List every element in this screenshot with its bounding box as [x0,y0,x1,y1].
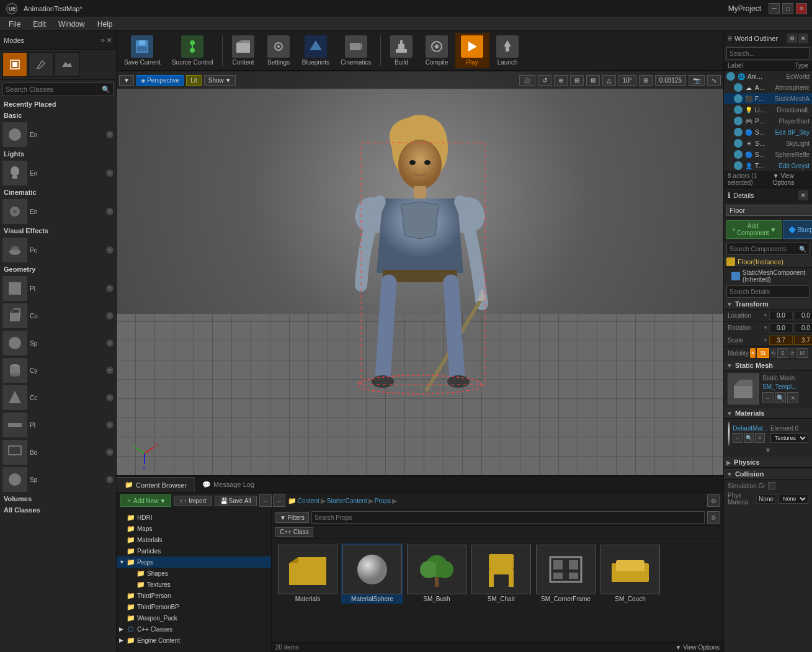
close-button[interactable]: ✕ [796,3,807,14]
menu-edit[interactable]: Edit [27,17,52,31]
asset-sm-chair[interactable]: SM_Chair [470,543,532,604]
settings-button[interactable]: Settings [262,33,296,68]
location-dropdown-icon[interactable]: ▼ [763,313,768,318]
outliner-item-type6[interactable]: Edit BP_Sky [766,129,810,136]
mat-find-button[interactable]: 🔍 [744,433,754,443]
folder-engine-content[interactable]: ▶ 📁 Engine Content [117,635,271,646]
folder-thirdpersonbp[interactable]: 📁 ThirdPersonBP [117,601,271,612]
materials-expand-icon[interactable]: ▼ [728,446,808,455]
static-mesh-section-header[interactable]: ▼ Static Mesh [724,360,812,371]
asset-sm-bush[interactable]: SM_Bush [406,543,468,604]
static-mesh-name[interactable]: SM_Templ... [762,383,798,390]
rotation-dropdown-icon[interactable]: ▼ [763,325,768,331]
outliner-item-sphereref[interactable]: 🔵 SphereReflectionCap SphereRefle [724,149,812,160]
class-item-light[interactable]: En ? [0,159,116,187]
folder-weapon-pack[interactable]: 📁 Weapon_Pack [117,612,271,623]
scale-x-field[interactable] [769,336,793,345]
assets-search-input[interactable] [312,514,704,521]
outliner-settings-icon[interactable]: ⚙ [787,33,797,43]
textures-dropdown[interactable]: Textures [770,433,808,443]
rotation-y-field[interactable] [794,323,812,333]
class-item-vfx[interactable]: Pc ? [0,236,116,264]
viewport-menu-button[interactable]: ▼ [119,75,134,86]
physics-section-header[interactable]: ▶ Physics [724,457,812,468]
sm-find-button[interactable]: 🔍 [775,392,786,403]
vp-icon5[interactable]: △ [602,75,616,86]
build-button[interactable]: Build [385,33,419,68]
compile-button[interactable]: Compile [420,33,454,68]
section-cinematic[interactable]: Cinematic [0,187,116,198]
menu-help[interactable]: Help [91,17,119,31]
save-all-button[interactable]: 💾 Save All [215,496,257,506]
transform-section-header[interactable]: ▼ Transform [724,299,812,310]
show-button[interactable]: Show ▼ [204,75,236,86]
class-item-brush[interactable]: Bo ? [0,439,116,466]
add-component-button[interactable]: + Add Component ▼ [726,220,782,239]
location-x-field[interactable] [769,311,793,320]
path-content[interactable]: Content [298,498,319,504]
scale-dropdown-icon[interactable]: ▼ [763,337,768,343]
filter-tag-cpp[interactable]: C++ Class [275,527,313,537]
tab-message-log[interactable]: 💬 Message Log [195,477,262,492]
phys-material-dropdown[interactable]: None [779,494,808,504]
scale-y-field[interactable] [794,336,812,345]
class-item-cylinder[interactable]: Cy ? [0,357,116,384]
blueprint-button[interactable]: 🔷 Bluepri [783,220,812,239]
source-control-button[interactable]: Source Control [167,33,218,68]
sm-browse-button[interactable]: ← [762,392,774,403]
launch-button[interactable]: Launch [491,33,525,68]
collision-section-header[interactable]: ▼ Collision [724,469,812,480]
class-info-icon9[interactable]: ? [106,394,114,401]
folder-cpp-classes[interactable]: ▶ ⬡ C++ Classes [117,623,271,635]
rotation-x-field[interactable] [769,323,793,333]
folder-thirdperson[interactable]: 📁 ThirdPerson [117,590,271,601]
folder-hdri[interactable]: 📁 HDRI [117,512,271,523]
mobility-static-button[interactable]: St [757,348,770,358]
maximize-button[interactable]: □ [782,3,793,14]
modes-more-icon[interactable]: » [100,36,105,45]
section-basic[interactable]: Basic [0,110,116,121]
camera-icon-btn[interactable]: 📷 [689,75,705,86]
class-info-icon5[interactable]: ? [106,285,114,292]
class-info-icon[interactable]: ? [106,131,114,138]
folder-materials[interactable]: 📁 Materials [117,534,271,545]
mobility-s-button[interactable]: S [777,348,788,358]
material-name[interactable]: DefaultMat... [733,425,768,432]
section-visual-effects[interactable]: Visual Effects [0,225,116,236]
class-info-icon7[interactable]: ? [106,339,114,347]
minimize-button[interactable]: ─ [769,3,780,14]
blueprints-button[interactable]: Blueprints [297,33,334,68]
materials-section-header[interactable]: ▼ Materials [724,408,812,419]
search-details-input[interactable] [727,288,811,295]
outliner-item-floor[interactable]: ⬛ Floor StaticMeshA [724,93,812,104]
play-button[interactable]: Play [455,33,489,68]
outliner-item-playerstart[interactable]: 🎮 Player Start PlayerStart [724,115,812,127]
class-item-sphere2[interactable]: Sp ? [0,329,116,357]
maximize-viewport-button[interactable]: ⤡ [707,75,721,86]
filters-button[interactable]: ▼ Filters [275,512,309,523]
vp-icon1[interactable]: ↺ [538,75,551,86]
class-item-cone[interactable]: Cc ? [0,384,116,411]
nav-back-button[interactable]: ← [259,494,272,507]
class-info-icon4[interactable]: ? [106,246,114,254]
path-lock-button[interactable]: ⚙ [707,494,720,507]
save-current-button[interactable]: Save Current [119,33,166,68]
class-item-staircase[interactable]: Sp ? [0,466,116,493]
folder-textures[interactable]: 📁 Textures [117,579,271,590]
class-info-icon12[interactable]: ? [106,476,114,483]
folder-props[interactable]: ▼ 📁 Props [117,556,271,568]
class-item-cinematic[interactable]: En ? [0,198,116,225]
path-starter-content[interactable]: StarterContent [327,498,367,504]
scale-display[interactable]: 0.03125 [655,75,686,86]
snap-button[interactable]: ⊞ [639,75,653,86]
menu-file[interactable]: File [2,17,27,31]
sim-gravity-checkbox[interactable] [768,482,775,489]
angle-display[interactable]: 10° [618,75,636,86]
section-all-classes[interactable]: All Classes [0,504,116,516]
class-info-icon2[interactable]: ? [106,169,114,177]
class-info-icon3[interactable]: ? [106,208,114,215]
class-info-icon10[interactable]: ? [106,421,114,429]
assets-view-options-button[interactable]: ▼ View Options [676,644,720,651]
nav-forward-button[interactable]: → [273,494,285,507]
outliner-item-thirdperson[interactable]: 👤 ThirdPersonCharact Edit Greyst [724,160,812,171]
